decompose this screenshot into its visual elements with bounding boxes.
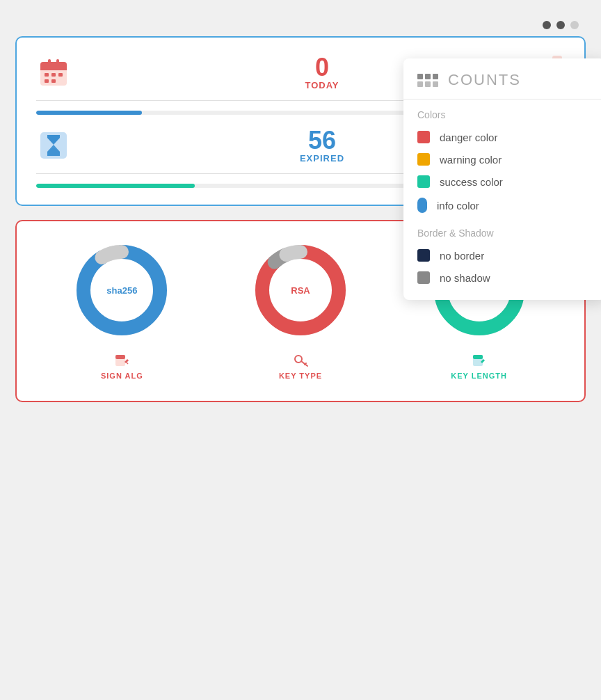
info-color-item[interactable]: info color [403, 193, 601, 218]
no-shadow-item[interactable]: no shadow [403, 267, 601, 289]
success-color-item[interactable]: success color [403, 170, 601, 193]
grid-cell [433, 74, 438, 79]
page-wrapper: 0 TODAY [15, 14, 586, 402]
grid-cell [425, 81, 431, 87]
info-label: info color [437, 200, 479, 212]
svg-rect-5 [58, 73, 63, 77]
progress-expired-fill [36, 184, 195, 188]
sign-alg-icon [113, 352, 130, 369]
key-length-label: KEY LENGTH [451, 372, 507, 380]
warning-label: warning color [440, 154, 502, 166]
success-label: success color [440, 176, 503, 188]
colors-section-label: Colors [403, 100, 601, 126]
counts-grid-icon [417, 74, 438, 87]
svg-rect-7 [51, 79, 56, 83]
counts-title: COUNTS [448, 71, 521, 89]
today-label: TODAY [305, 80, 339, 90]
expired-label: EXPIRED [300, 153, 344, 164]
danger-color-item[interactable]: danger color [403, 126, 601, 148]
grid-cell [417, 74, 423, 79]
danger-swatch [417, 131, 430, 143]
sha256-chart-label: SIGN ALG [101, 352, 143, 380]
svg-rect-8 [48, 59, 51, 66]
key-length-icon [471, 352, 488, 369]
svg-rect-2 [40, 66, 67, 70]
top-dots [15, 14, 586, 36]
key-type-label: KEY TYPE [279, 372, 322, 380]
warning-color-item[interactable]: warning color [403, 148, 601, 170]
info-swatch [417, 198, 427, 213]
no-shadow-label: no shadow [440, 272, 490, 284]
sha256-donut-wrapper: sha256 [70, 238, 174, 342]
today-count: 0 [315, 55, 329, 80]
keylength-chart-label: KEY LENGTH [451, 352, 507, 380]
key-type-icon [292, 352, 309, 369]
rsa-chart-label: KEY TYPE [279, 352, 322, 380]
warning-swatch [417, 153, 430, 166]
no-border-label: no border [440, 250, 484, 262]
sha256-chart: sha256 SIGN ALG [70, 238, 174, 380]
expired-count: 56 [308, 128, 336, 153]
no-border-item[interactable]: no border [403, 244, 601, 267]
grid-cell [425, 74, 431, 79]
success-swatch [417, 175, 430, 188]
rsa-label: RSA [291, 285, 310, 296]
svg-rect-36 [473, 355, 483, 359]
svg-rect-6 [45, 79, 49, 83]
svg-rect-9 [56, 59, 59, 66]
hourglass-icon [36, 128, 71, 163]
svg-rect-4 [51, 73, 56, 77]
svg-rect-26 [115, 355, 125, 359]
dot-1 [543, 21, 551, 29]
calendar-icon [36, 55, 71, 90]
rsa-chart: RSA KEY TYPE [248, 238, 353, 380]
svg-rect-3 [45, 73, 49, 77]
border-shadow-section-label: Border & Shadow [403, 218, 601, 244]
rsa-donut-wrapper: RSA [248, 238, 353, 342]
no-border-swatch [417, 249, 430, 262]
counts-panel: COUNTS Colors danger color warning color… [403, 58, 601, 300]
top-card: 0 TODAY [15, 36, 586, 206]
grid-cell [433, 81, 438, 87]
dot-3 [570, 21, 579, 29]
grid-cell [417, 81, 423, 87]
dot-2 [556, 21, 565, 29]
sign-alg-label: SIGN ALG [101, 372, 143, 380]
counts-header: COUNTS [403, 58, 601, 100]
no-shadow-swatch [417, 271, 430, 284]
danger-label: danger color [440, 132, 497, 143]
sha256-label: sha256 [106, 285, 137, 296]
